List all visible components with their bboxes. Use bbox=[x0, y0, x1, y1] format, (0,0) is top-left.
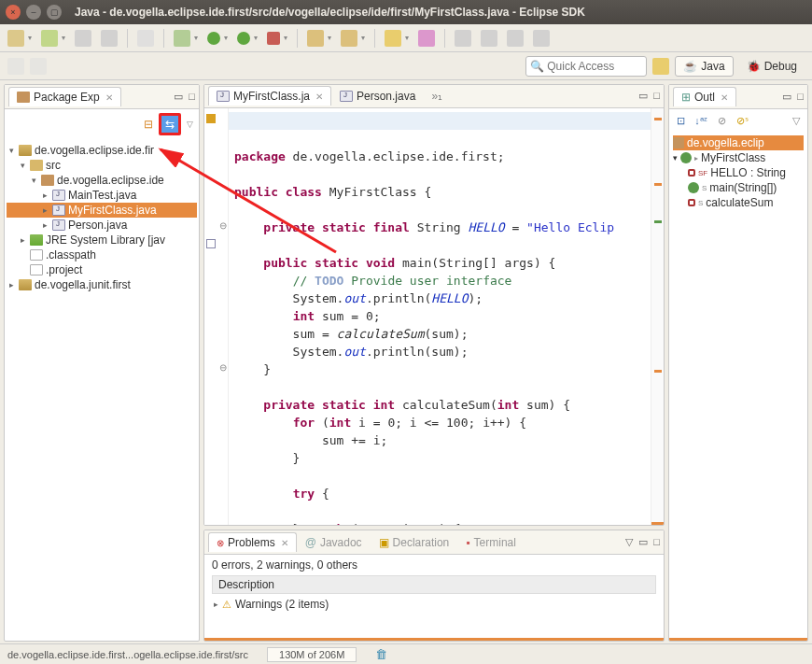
outline-tree[interactable]: de.vogella.eclip ▾▸MyFirstClass SFHELLO … bbox=[669, 132, 807, 214]
tree-file-maintest[interactable]: ▸MainTest.java bbox=[7, 188, 197, 203]
package-explorer-panel: Package Exp ✕ ▭ □ ⊟ ⇆ ▽ ▾de.vogella.ecli… bbox=[4, 84, 200, 642]
toolbar-row-2: 🔍 ☕Java 🐞Debug bbox=[0, 52, 812, 80]
link-with-editor-button[interactable]: ⇆ bbox=[159, 113, 181, 135]
tree-project[interactable]: .project bbox=[7, 262, 197, 277]
outline-package[interactable]: de.vogella.eclip bbox=[673, 135, 804, 150]
editor-body[interactable]: ⊖ ⊖ package de.vogella.eclipse.ide.first… bbox=[204, 108, 664, 525]
collapse-all-icon[interactable]: ⊟ bbox=[144, 118, 153, 131]
mark-occurrences-icon[interactable] bbox=[481, 30, 497, 47]
status-bar: de.vogella.eclipse.ide.first...ogella.ec… bbox=[0, 643, 812, 664]
close-icon[interactable]: ✕ bbox=[315, 92, 323, 102]
outline-class[interactable]: ▾▸MyFirstClass bbox=[673, 150, 804, 165]
maximize-icon[interactable]: □ bbox=[653, 90, 660, 102]
tree-file-person[interactable]: ▸Person.java bbox=[7, 218, 197, 233]
warnings-row[interactable]: ▸ ⚠ Warnings (2 items) bbox=[212, 594, 656, 615]
more-tabs-indicator[interactable]: »₁ bbox=[431, 90, 442, 103]
maximize-icon[interactable]: □ bbox=[797, 91, 804, 103]
search-icon: 🔍 bbox=[530, 60, 544, 73]
tab-javadoc[interactable]: @Javadoc bbox=[297, 532, 371, 552]
warning-icon: ⚠ bbox=[222, 599, 231, 611]
main-toolbar: ▾ ▾ ▾ ▾ ▾ ▾ ▾ ▾ ▾ bbox=[0, 24, 812, 52]
workspace: Package Exp ✕ ▭ □ ⊟ ⇆ ▽ ▾de.vogella.ecli… bbox=[0, 80, 812, 645]
hide-static-icon[interactable]: ⊘ˢ bbox=[735, 113, 749, 128]
problems-panel: ⊗Problems✕ @Javadoc ▣Declaration ▪Termin… bbox=[203, 530, 665, 642]
toggle-breadcrumb-icon[interactable] bbox=[455, 30, 471, 47]
perspective-java[interactable]: ☕Java bbox=[675, 56, 733, 77]
status-path: de.vogella.eclipse.ide.first...ogella.ec… bbox=[7, 649, 248, 660]
minimize-icon[interactable]: ▭ bbox=[638, 536, 648, 548]
tab-problems[interactable]: ⊗Problems✕ bbox=[208, 532, 297, 552]
tree-proj-junit[interactable]: ▸de.vogella.junit.first bbox=[7, 277, 197, 292]
show-whitespace-icon[interactable] bbox=[533, 30, 550, 47]
editor-tab-myfirstclass[interactable]: MyFirstClass.ja✕ bbox=[208, 86, 331, 106]
run-icon[interactable] bbox=[207, 32, 220, 45]
tree-jre[interactable]: ▸JRE System Library [jav bbox=[7, 233, 197, 247]
outline-field-hello[interactable]: SFHELLO : String bbox=[673, 165, 804, 180]
debug-icon[interactable] bbox=[174, 30, 190, 47]
print-icon[interactable] bbox=[101, 30, 118, 47]
close-icon[interactable]: ✕ bbox=[105, 92, 113, 103]
open-type-icon[interactable] bbox=[385, 30, 401, 47]
open-perspective-icon[interactable] bbox=[652, 58, 669, 75]
close-icon[interactable]: ✕ bbox=[281, 538, 288, 548]
new-class-icon[interactable] bbox=[341, 30, 357, 47]
editor-panel: MyFirstClass.ja✕ Person.java »₁ ▭ □ ⊖ ⊖ bbox=[203, 84, 665, 526]
save-icon[interactable] bbox=[41, 30, 58, 47]
minimize-icon[interactable]: ▭ bbox=[638, 90, 648, 102]
nav-back-icon[interactable] bbox=[7, 58, 24, 75]
editor-gutter[interactable]: ⊖ ⊖ bbox=[204, 108, 229, 525]
overview-ruler[interactable] bbox=[651, 108, 664, 525]
gc-trash-icon[interactable]: 🗑 bbox=[375, 647, 387, 661]
minimize-icon[interactable]: – bbox=[26, 5, 41, 20]
tree-file-myfirstclass[interactable]: ▸MyFirstClass.java bbox=[7, 203, 197, 218]
view-menu-icon[interactable]: ▽ bbox=[625, 536, 633, 548]
close-icon[interactable]: ✕ bbox=[721, 92, 728, 103]
run-last-icon[interactable] bbox=[237, 32, 250, 45]
tab-declaration[interactable]: ▣Declaration bbox=[371, 532, 458, 552]
minimize-icon[interactable]: ▭ bbox=[174, 91, 183, 103]
focus-icon[interactable]: ⊡ bbox=[673, 113, 688, 128]
save-all-icon[interactable] bbox=[75, 30, 91, 47]
window-titlebar: × – ▢ Java - de.vogella.eclipse.ide.firs… bbox=[0, 0, 812, 24]
block-selection-icon[interactable] bbox=[507, 30, 524, 47]
package-tree[interactable]: ▾de.vogella.eclipse.ide.fir ▾src ▾de.vog… bbox=[5, 139, 199, 296]
problems-column-header[interactable]: Description bbox=[212, 575, 656, 594]
sort-icon[interactable]: ↓ᵃᶻ bbox=[693, 113, 708, 128]
build-icon[interactable] bbox=[137, 30, 154, 47]
hide-fields-icon[interactable]: ⊘ bbox=[714, 113, 729, 128]
maximize-icon[interactable]: □ bbox=[653, 536, 660, 548]
perspective-debug[interactable]: 🐞Debug bbox=[739, 57, 805, 76]
coverage-icon[interactable] bbox=[267, 32, 280, 45]
problems-summary: 0 errors, 2 warnings, 0 others bbox=[212, 558, 656, 572]
outline-panel: ⊞Outl✕ ▭ □ ⊡ ↓ᵃᶻ ⊘ ⊘ˢ ▽ de.vogella.eclip… bbox=[668, 84, 808, 642]
nav-forward-icon[interactable] bbox=[30, 58, 47, 75]
maximize-icon[interactable]: □ bbox=[189, 91, 195, 103]
close-icon[interactable]: × bbox=[6, 5, 21, 20]
outline-method-calculatesum[interactable]: ScalculateSum bbox=[673, 195, 804, 210]
view-menu-icon[interactable]: ▽ bbox=[187, 120, 193, 129]
window-title: Java - de.vogella.eclipse.ide.first/src/… bbox=[75, 6, 585, 19]
new-package-icon[interactable] bbox=[307, 30, 324, 47]
tab-terminal[interactable]: ▪Terminal bbox=[457, 532, 525, 552]
editor-tab-person[interactable]: Person.java bbox=[331, 86, 424, 106]
new-icon[interactable] bbox=[7, 30, 24, 47]
search-icon[interactable] bbox=[418, 30, 435, 47]
outline-method-main[interactable]: Smain(String[]) bbox=[673, 180, 804, 195]
view-menu-icon[interactable]: ▽ bbox=[789, 113, 804, 128]
heap-status[interactable]: 130M of 206M bbox=[267, 647, 357, 662]
code-area[interactable]: package de.vogella.eclipse.ide.first; pu… bbox=[229, 108, 651, 525]
minimize-icon[interactable]: ▭ bbox=[782, 91, 791, 103]
maximize-icon[interactable]: ▢ bbox=[47, 5, 62, 20]
tree-classpath[interactable]: .classpath bbox=[7, 247, 197, 262]
tab-package-explorer[interactable]: Package Exp ✕ bbox=[8, 87, 121, 106]
tab-outline[interactable]: ⊞Outl✕ bbox=[673, 87, 736, 106]
